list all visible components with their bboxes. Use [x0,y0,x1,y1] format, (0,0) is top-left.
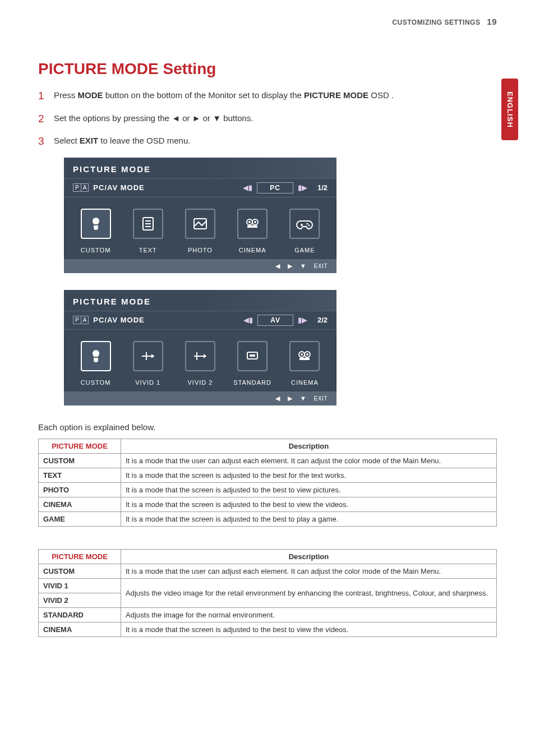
osd-exit-button[interactable]: EXIT [314,263,328,269]
osd-mode-label: CINEMA [291,379,319,386]
osd-mode-game[interactable]: GAME [279,209,330,253]
svg-point-12 [307,223,308,224]
table-row: TEXTIt is a mode that the screen is adju… [39,468,497,482]
osd-nav-down-icon[interactable]: ▼ [300,262,306,269]
page-number: 19 [487,17,497,26]
cinema-icon [237,209,268,239]
row-desc: It is a mode that the user can adjust ea… [121,564,497,578]
row-key: PHOTO [39,482,121,497]
osd-mode-cinema[interactable]: CINEMA [279,341,330,386]
osd-left-arrow-icon[interactable]: ◀▮ [243,183,252,192]
osd-nav-left-icon[interactable]: ◀ [275,262,280,270]
osd-sub-label: PC/AV MODE [93,183,144,192]
svg-point-8 [254,221,256,223]
table-header-desc: Description [121,549,497,564]
table-row: CUSTOMIt is a mode that the user can adj… [39,564,497,578]
explain-text: Each option is explained below. [38,422,497,432]
osd-nav-down-icon[interactable]: ▼ [300,395,306,402]
osd-sub-row: PAPC/AV MODE◀▮AV▮▶2/2 [64,311,336,330]
row-desc: It is a mode that the screen is adjusted… [121,497,497,511]
osd-page-indicator: 1/2 [317,183,328,192]
step-number: 1 [38,88,44,104]
table-row: CINEMAIt is a mode that the screen is ad… [39,497,497,511]
osd-mode-text[interactable]: TEXT [123,209,173,253]
row-key: TEXT [39,468,121,482]
game-icon [289,209,320,239]
row-desc: It is a mode that the user can adjust ea… [121,453,497,468]
language-label: ENGLISH [501,86,518,133]
cinema-icon [289,341,320,371]
svg-rect-21 [250,354,255,357]
osd-sub-label: PC/AV MODE [93,316,144,324]
osd-mode-label: TEXT [139,247,157,253]
osd-nav-right-icon[interactable]: ▶ [288,262,292,270]
av-mode-table: PICTURE MODEDescriptionCUSTOMIt is a mod… [38,549,497,637]
row-key: VIVID 2 [39,593,121,607]
pa-badge-icon: PA [73,183,89,192]
pc-mode-table: PICTURE MODEDescriptionCUSTOMIt is a mod… [38,439,497,527]
osd-mode-label: PHOTO [188,247,213,253]
osd-nav-right-icon[interactable]: ▶ [288,395,292,402]
page-header: CUSTOMIZING SETTINGS 19 [38,17,497,26]
svg-point-24 [301,353,303,356]
step-text: Select EXIT to leave the OSD menu. [54,136,190,145]
osd-mode-label: STANDARD [233,379,271,386]
osd-mode-vivid-2[interactable]: VIVID 2 [175,341,225,386]
row-key: VIVID 1 [39,578,121,593]
osd-mode-custom[interactable]: CUSTOM [71,341,121,386]
custom-icon [81,209,111,239]
standard-icon [237,341,268,371]
osd-value: PC [257,182,293,193]
osd-exit-button[interactable]: EXIT [314,395,328,402]
row-key: CUSTOM [39,453,121,468]
step-item: 2Set the options by pressing the ◄ or ► … [38,112,497,125]
section-label: CUSTOMIZING SETTINGS [392,19,480,26]
svg-point-7 [248,221,251,223]
osd-mode-vivid-1[interactable]: VIVID 1 [123,341,173,386]
osd-panel-pc: PICTURE MODEPAPC/AV MODE◀▮PC▮▶1/2CUSTOMT… [64,158,336,273]
row-desc: It is a mode that the screen is adjusted… [121,622,497,637]
osd-icon-row: CUSTOMVIVID 1VIVID 2STANDARDCINEMA [64,330,336,391]
osd-page-indicator: 2/2 [317,316,328,324]
table-header-mode: PICTURE MODE [39,549,121,564]
osd-sub-row: PAPC/AV MODE◀▮PC▮▶1/2 [64,178,336,197]
osd-panel-av: PICTURE MODEPAPC/AV MODE◀▮AV▮▶2/2CUSTOMV… [64,290,336,405]
row-key: GAME [39,511,121,526]
osd-mode-label: VIVID 1 [135,379,160,386]
row-desc: Adjusts the video image for the retail e… [121,578,497,607]
osd-nav-left-icon[interactable]: ◀ [275,395,280,402]
svg-rect-26 [299,358,310,360]
language-tab[interactable]: ENGLISH [501,79,518,140]
row-key: CINEMA [39,622,121,637]
row-desc: Adjusts the image for the normal environ… [121,607,497,622]
steps-list: 1Press MODE button on the bottom of the … [38,89,497,147]
osd-mode-custom[interactable]: CUSTOM [71,209,121,253]
table-row: CUSTOMIt is a mode that the user can adj… [39,453,497,468]
osd-mode-photo[interactable]: PHOTO [175,209,225,253]
svg-point-13 [308,224,310,226]
osd-mode-standard[interactable]: STANDARD [227,341,278,386]
osd-mode-label: CINEMA [239,247,266,253]
row-desc: It is a mode that the screen is adjusted… [121,511,497,526]
osd-mode-label: CUSTOM [81,379,110,386]
table-row: PHOTOIt is a mode that the screen is adj… [39,482,497,497]
row-key: CINEMA [39,497,121,511]
table-header-mode: PICTURE MODE [39,439,121,453]
step-number: 2 [38,111,44,127]
step-text: Press MODE button on the bottom of the M… [54,90,394,100]
osd-right-arrow-icon[interactable]: ▮▶ [298,183,307,192]
osd-right-arrow-icon[interactable]: ▮▶ [298,316,307,324]
osd-mode-label: VIVID 2 [188,379,213,386]
osd-mode-cinema[interactable]: CINEMA [227,209,278,253]
table-row: VIVID 1Adjusts the video image for the r… [39,578,497,593]
table-row: STANDARDAdjusts the image for the normal… [39,607,497,622]
text-icon [133,209,163,239]
osd-icon-row: CUSTOMTEXTPHOTOCINEMAGAME [64,197,336,259]
osd-left-arrow-icon[interactable]: ◀▮ [243,316,253,324]
table-row: CINEMAIt is a mode that the screen is ad… [39,622,497,637]
svg-marker-19 [204,354,206,358]
vivid2-icon [185,341,215,371]
step-item: 1Press MODE button on the bottom of the … [38,89,497,102]
step-number: 3 [38,133,44,150]
row-key: CUSTOM [39,564,121,578]
